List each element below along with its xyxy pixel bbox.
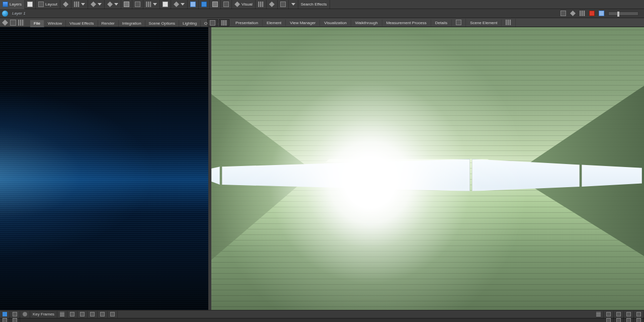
globe-icon [3, 312, 7, 316]
panel-tab-extra[interactable] [502, 19, 516, 27]
panel-tab-label: Visualization [324, 21, 347, 25]
toolbar-btn-layers[interactable]: Layers [0, 0, 25, 9]
status-btn-7[interactable] [88, 311, 98, 318]
toolbar-btn-18[interactable] [267, 0, 278, 9]
panel-tab-view-manager[interactable]: View Manager [286, 20, 320, 26]
toolbar-btn-9[interactable] [143, 0, 160, 9]
status2-r0[interactable] [604, 317, 614, 323]
toolbar-btn-7[interactable] [121, 0, 132, 9]
viewport-right[interactable] [209, 27, 644, 310]
panel-tab-presentation[interactable]: Presentation [231, 20, 263, 26]
viewport-area [0, 27, 644, 310]
chevron-down-icon [291, 3, 295, 6]
diamond-icon [269, 2, 275, 7]
panel-tab-scene-element[interactable]: Scene Element [466, 20, 502, 26]
chevron-down-icon [181, 3, 185, 6]
toolbar-btn-new[interactable] [25, 0, 36, 9]
status-btn-8[interactable] [98, 311, 108, 318]
tab-render[interactable]: Render [98, 20, 119, 27]
status-btn-6[interactable] [77, 311, 88, 318]
toolbar-btn-17[interactable] [256, 0, 267, 9]
grid-icon [146, 2, 151, 7]
tab-window[interactable]: Window [44, 20, 66, 27]
box-icon [636, 312, 641, 316]
diamond-icon [107, 2, 113, 7]
tab-label: File [34, 21, 40, 26]
viewport-left[interactable] [0, 27, 209, 310]
move-icon[interactable] [2, 20, 8, 26]
tab-label: Integration [122, 21, 141, 26]
viewport-toggle-b[interactable] [219, 19, 229, 26]
snap-icon[interactable] [18, 20, 24, 26]
main-toolbar: Layers Layout Visual Search Effects [0, 0, 644, 9]
toolbar-btn-14[interactable] [210, 0, 221, 9]
rect-icon [124, 2, 129, 7]
viewport-splitter[interactable] [209, 27, 211, 310]
tray-btn-rec[interactable] [588, 10, 596, 18]
tab-label: Visual Effects [69, 21, 94, 26]
toolbar-btn-8[interactable] [132, 0, 143, 9]
grid-icon [506, 20, 511, 25]
toolbar-btn-layout[interactable]: Layout [36, 0, 60, 9]
status2-r2[interactable] [624, 317, 634, 323]
toolbar-btn-10[interactable] [160, 0, 171, 9]
toolbar-btn-12[interactable] [188, 0, 199, 9]
toolbar-btn-visual[interactable]: Visual [232, 0, 256, 9]
box-icon [456, 20, 461, 25]
diamond-icon [570, 11, 576, 16]
box-icon [636, 318, 641, 322]
panel-tab-visualization[interactable]: Visualization [320, 20, 351, 26]
status-keyframes[interactable]: Key Frames [30, 311, 57, 318]
box-icon [616, 312, 621, 316]
status2-0[interactable] [0, 317, 10, 323]
viewport-toggle-a[interactable] [207, 19, 218, 26]
toolbar-btn-5[interactable] [88, 0, 105, 9]
status-bar-secondary [0, 318, 644, 322]
box-icon [606, 318, 611, 322]
cube-icon[interactable] [10, 20, 16, 26]
status-btn-4[interactable] [57, 311, 67, 318]
panel-tab-walkthrough[interactable]: Walkthrough [351, 20, 382, 26]
diamond-icon [234, 2, 240, 7]
panel-tab-label: Walkthrough [355, 21, 378, 25]
toolbar-btn-6[interactable] [105, 0, 121, 9]
toolbar-search[interactable]: Search Effects [298, 0, 330, 9]
panel-tab-measurement[interactable]: Measurement Process [382, 20, 431, 26]
status-btn-5[interactable] [67, 311, 77, 318]
toolbar-btn-3[interactable] [60, 0, 71, 9]
status-btn-2[interactable] [20, 311, 30, 318]
zoom-slider[interactable] [608, 12, 638, 16]
panel-tab-details[interactable]: Details [431, 20, 452, 26]
tab-label: Scene Options [149, 21, 175, 26]
tab-row: File Window Visual Effects Render Integr… [0, 18, 644, 27]
status2-r3[interactable] [634, 317, 644, 323]
tray-btn-2[interactable] [578, 10, 587, 18]
panel-tab-element[interactable]: Element [263, 20, 286, 26]
diamond-icon [174, 2, 179, 7]
toolbar-btn-11[interactable] [171, 0, 188, 9]
tab-lighting[interactable]: Lighting [179, 20, 201, 27]
box-icon [80, 312, 85, 316]
toolbar-btn-4[interactable] [71, 0, 88, 9]
chevron-down-icon [114, 3, 118, 6]
panel-tab-blank[interactable] [452, 19, 466, 27]
tray-slider[interactable] [607, 10, 640, 18]
status2-r1[interactable] [614, 317, 624, 323]
tray-btn-0[interactable] [559, 10, 568, 18]
tray-btn-1[interactable] [569, 10, 577, 18]
quick-icons [0, 18, 24, 27]
toolbar-btn-15[interactable] [221, 0, 232, 9]
status-btn-9[interactable] [108, 311, 118, 318]
tab-scene-options[interactable]: Scene Options [145, 20, 179, 27]
tab-file[interactable]: File [30, 20, 44, 27]
toolbar-btn-20[interactable] [289, 0, 298, 9]
ribbon-tabs: File Window Visual Effects Render Integr… [30, 18, 228, 27]
toolbar-btn-19[interactable] [278, 0, 289, 9]
tray-btn-4[interactable] [597, 10, 606, 18]
tab-visual-effects[interactable]: Visual Effects [66, 20, 98, 27]
status-right-0[interactable] [594, 311, 604, 318]
tab-integration[interactable]: Integration [119, 20, 145, 27]
status2-1[interactable] [10, 317, 20, 323]
toolbar-btn-13[interactable] [199, 0, 210, 9]
tab-label: Window [48, 21, 62, 26]
